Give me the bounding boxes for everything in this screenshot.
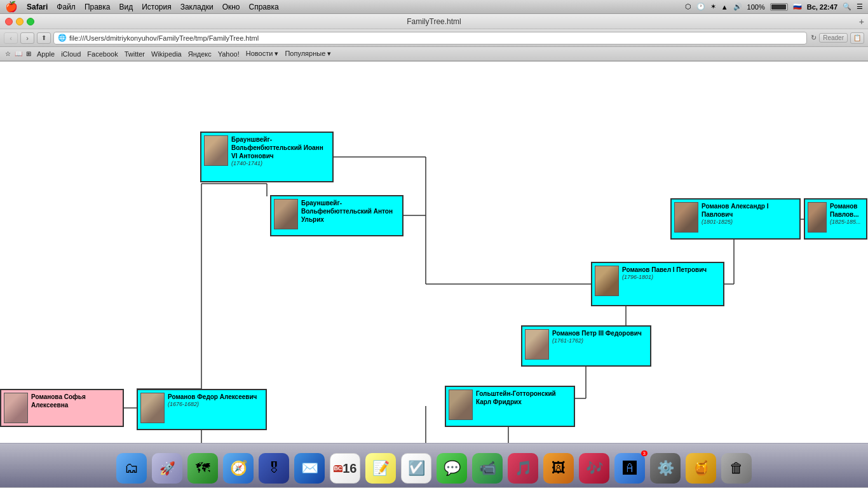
bookmark-yandex[interactable]: Яндекс xyxy=(186,50,214,58)
menu-file[interactable]: Файл xyxy=(57,3,76,11)
browser-chrome: FamilyTree.html + ‹ › ⬆ 🌐 file:///Users/… xyxy=(0,14,868,62)
back-button[interactable]: ‹ xyxy=(4,32,18,44)
node-petr3-dates: (1761-1762) xyxy=(552,337,648,345)
minimize-button[interactable] xyxy=(16,18,24,25)
dock-appstore[interactable]: 🅰 3 xyxy=(613,452,646,485)
apple-menu[interactable]: 🍎 xyxy=(5,1,18,13)
portrait-ioann6 xyxy=(204,135,228,166)
portrait-sofya xyxy=(4,393,28,423)
maximize-button[interactable] xyxy=(27,18,34,25)
node-alexander1[interactable]: Романов Александр I Павлович (1801-1825) xyxy=(670,198,801,240)
menu-list-icon[interactable]: ☰ xyxy=(857,3,863,11)
syspref-icon: ⚙️ xyxy=(650,453,681,484)
dock-calendar[interactable]: ВС 16 xyxy=(329,452,362,485)
portrait-karl-fridrich xyxy=(449,390,473,420)
bookmark-icloud[interactable]: iCloud xyxy=(59,50,83,58)
dock-honey[interactable]: 🍯 xyxy=(684,452,717,485)
new-tab-button[interactable]: + xyxy=(859,17,864,27)
menu-edit[interactable]: Правка xyxy=(85,3,111,11)
forward-button[interactable]: › xyxy=(20,32,34,44)
node-karl-fridrich-name: Гольштейн-Готторонский Карл Фридрих xyxy=(476,390,571,406)
node-sofya-name: Романова Софья Алексеевна xyxy=(31,393,120,409)
node-fedor-name: Романов Федор Алексеевич xyxy=(168,393,263,401)
family-tree-lines xyxy=(0,62,868,443)
bookmark-popular[interactable]: Популярные ▾ xyxy=(283,49,333,58)
calendar-icon: ВС 16 xyxy=(330,453,360,484)
bookmark-apple[interactable]: Apple xyxy=(35,50,57,58)
menu-bookmarks[interactable]: Закладки xyxy=(180,3,214,11)
battery-label: 100% xyxy=(747,3,765,11)
node-ioann6[interactable]: Брауншвейг-Вольфенбюттельский Иоанн VI А… xyxy=(200,132,334,182)
grid-icon: ⊞ xyxy=(26,50,31,57)
url-text: file:///Users/dmitriykonyuhov/FamilyTree… xyxy=(69,34,259,42)
dock-messages[interactable]: 💬 xyxy=(435,452,468,485)
node-karl-fridrich-text: Гольштейн-Готторонский Карл Фридрих xyxy=(476,390,571,406)
dock-facetime[interactable]: 📹 xyxy=(471,452,504,485)
node-petr3[interactable]: Романов Петр III Федорович (1761-1762) xyxy=(521,325,651,367)
trash-icon: 🗑 xyxy=(721,453,752,484)
honey-icon: 🍯 xyxy=(686,453,716,484)
dock: 🗂 🚀 🗺 🧭 🎖 ✉️ ВС 16 📝 ☑️ 💬 📹 🎵 🖼 🎶 xyxy=(0,443,868,487)
dock-safari[interactable]: 🧭 xyxy=(222,452,255,485)
menu-help[interactable]: Справка xyxy=(249,3,279,11)
node-karl-fridrich[interactable]: Гольштейн-Готторонский Карл Фридрих xyxy=(445,386,575,427)
sound-icon: 🔊 xyxy=(733,3,742,11)
node-alexander1-name: Романов Александр I Павлович xyxy=(702,202,797,219)
bookmark-wikipedia[interactable]: Wikipedia xyxy=(149,50,184,58)
dock-photos[interactable]: 🖼 xyxy=(542,452,575,485)
node-anton-text: Брауншвейг-Вольфенбюттельский Антон Ульр… xyxy=(301,199,400,224)
dock-reminders[interactable]: ☑️ xyxy=(400,452,433,485)
url-globe-icon: 🌐 xyxy=(58,34,67,42)
dock-mail[interactable]: ✉️ xyxy=(293,452,326,485)
search-icon[interactable]: 🔍 xyxy=(843,3,851,11)
node-alexander1-text: Романов Александр I Павлович (1801-1825) xyxy=(702,202,797,226)
dropbox-icon: ⬡ xyxy=(685,3,691,11)
itunes-icon: 🎶 xyxy=(579,453,609,484)
dock-maps[interactable]: 🗺 xyxy=(186,452,219,485)
appstore-icon: 🅰 3 xyxy=(614,453,645,484)
mail-icon: ✉️ xyxy=(294,453,325,484)
node-pavel1[interactable]: Романов Павел I Петрович (1796-1801) xyxy=(591,262,724,306)
bookmark-twitter[interactable]: Twitter xyxy=(123,50,147,58)
menu-view[interactable]: Вид xyxy=(119,3,133,11)
dock-music[interactable]: 🎵 xyxy=(506,452,539,485)
node-pavel1-text: Романов Павел I Петрович (1796-1801) xyxy=(622,266,721,281)
reading-list-icon: 📖 xyxy=(15,50,22,57)
menu-safari[interactable]: Safari xyxy=(27,3,48,11)
content-area: Брауншвейг-Вольфенбюттельский Иоанн VI А… xyxy=(0,62,868,443)
node-anton[interactable]: Брауншвейг-Вольфенбюттельский Антон Ульр… xyxy=(270,195,403,236)
node-fedor[interactable]: Романов Федор Алексеевич (1676-1682) xyxy=(137,389,267,430)
bookmark-facebook[interactable]: Facebook xyxy=(85,50,119,58)
refresh-button[interactable]: ↻ xyxy=(811,34,817,42)
node-ioann6-name: Брауншвейг-Вольфенбюттельский Иоанн VI А… xyxy=(231,135,330,160)
traffic-lights xyxy=(5,18,34,25)
share-button[interactable]: ⬆ xyxy=(37,32,51,44)
portrait-fedor xyxy=(140,393,165,423)
bookmark-yahoo[interactable]: Yahoo! xyxy=(216,50,241,58)
node-petr3-name: Романов Петр III Федорович xyxy=(552,329,648,337)
bluetooth-icon: ✶ xyxy=(710,3,716,11)
dock-trash[interactable]: 🗑 xyxy=(720,452,753,485)
bookmarks-bar: ☆ 📖 ⊞ Apple iCloud Facebook Twitter Wiki… xyxy=(0,47,868,61)
sidebar-button[interactable]: 📋 xyxy=(850,32,864,44)
dock-launchpad[interactable]: 🚀 xyxy=(151,452,184,485)
photos-icon: 🖼 xyxy=(543,453,574,484)
node-romanov-partial[interactable]: Романов Павлов... (1825-185... xyxy=(804,198,867,240)
dock-notes[interactable]: 📝 xyxy=(364,452,397,485)
reader-button[interactable]: Reader xyxy=(819,33,848,43)
dock-itunes[interactable]: 🎶 xyxy=(578,452,611,485)
close-button[interactable] xyxy=(5,18,13,25)
bookmark-news[interactable]: Новости ▾ xyxy=(244,49,281,58)
dock-syspref[interactable]: ⚙️ xyxy=(649,452,682,485)
menu-window[interactable]: Окно xyxy=(222,3,240,11)
dock-finder[interactable]: 🗂 xyxy=(115,452,148,485)
portrait-pavel1 xyxy=(595,266,619,296)
menu-history[interactable]: История xyxy=(142,3,172,11)
url-bar[interactable]: 🌐 file:///Users/dmitriykonyuhov/FamilyTr… xyxy=(53,32,807,44)
dock-stamps[interactable]: 🎖 xyxy=(257,452,290,485)
node-romanov-partial-text: Романов Павлов... (1825-185... xyxy=(830,202,864,226)
portrait-romanov-partial xyxy=(808,202,827,233)
finder-icon: 🗂 xyxy=(116,453,147,484)
node-sofya[interactable]: Романова Софья Алексеевна xyxy=(0,389,124,427)
facetime-icon: 📹 xyxy=(472,453,503,484)
